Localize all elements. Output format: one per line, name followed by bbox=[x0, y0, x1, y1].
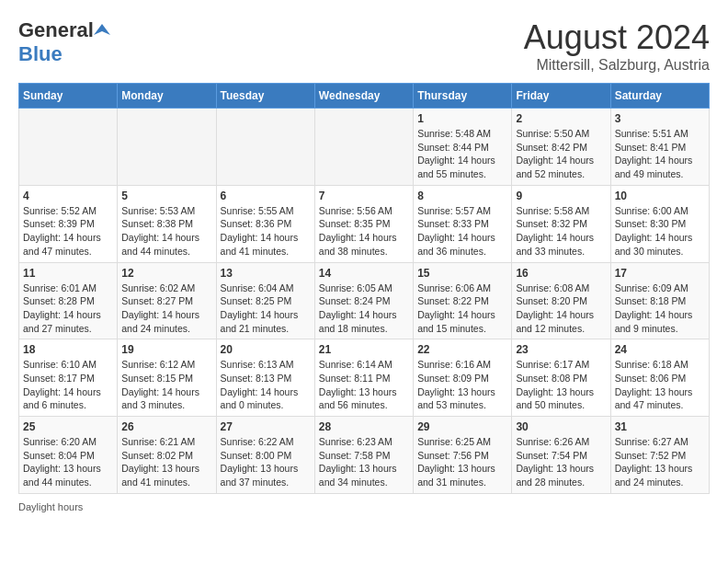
day-number: 26 bbox=[121, 420, 211, 433]
day-info: Sunrise: 6:12 AM Sunset: 8:15 PM Dayligh… bbox=[121, 358, 211, 412]
calendar-week-row: 18Sunrise: 6:10 AM Sunset: 8:17 PM Dayli… bbox=[19, 339, 710, 417]
day-info: Sunrise: 5:50 AM Sunset: 8:42 PM Dayligh… bbox=[516, 127, 606, 181]
day-number: 18 bbox=[23, 343, 113, 356]
day-number: 14 bbox=[319, 267, 409, 280]
day-info: Sunrise: 5:48 AM Sunset: 8:44 PM Dayligh… bbox=[417, 127, 507, 181]
calendar-cell: 3Sunrise: 5:51 AM Sunset: 8:41 PM Daylig… bbox=[610, 109, 709, 186]
logo-blue-text: Blue bbox=[18, 42, 63, 66]
day-info: Sunrise: 6:22 AM Sunset: 8:00 PM Dayligh… bbox=[221, 435, 311, 489]
day-info: Sunrise: 6:08 AM Sunset: 8:20 PM Dayligh… bbox=[516, 282, 606, 336]
day-info: Sunrise: 5:55 AM Sunset: 8:36 PM Dayligh… bbox=[221, 204, 311, 259]
calendar-cell: 31Sunrise: 6:27 AM Sunset: 7:52 PM Dayli… bbox=[610, 417, 709, 494]
calendar-cell: 9Sunrise: 5:58 AM Sunset: 8:32 PM Daylig… bbox=[512, 185, 610, 262]
calendar-cell: 8Sunrise: 5:57 AM Sunset: 8:33 PM Daylig… bbox=[414, 185, 512, 262]
day-number: 8 bbox=[417, 190, 507, 202]
day-number: 6 bbox=[221, 190, 311, 202]
weekday-header-thursday: Thursday bbox=[414, 84, 512, 109]
weekday-header-wednesday: Wednesday bbox=[314, 84, 413, 109]
calendar-cell: 21Sunrise: 6:14 AM Sunset: 8:11 PM Dayli… bbox=[314, 339, 413, 417]
day-number: 1 bbox=[417, 112, 507, 125]
weekday-header-tuesday: Tuesday bbox=[216, 84, 314, 109]
day-info: Sunrise: 5:57 AM Sunset: 8:33 PM Dayligh… bbox=[417, 204, 507, 259]
location-text: Mittersill, Salzburg, Austria bbox=[524, 57, 710, 74]
day-info: Sunrise: 6:25 AM Sunset: 7:56 PM Dayligh… bbox=[417, 435, 507, 489]
day-number: 17 bbox=[615, 267, 705, 280]
calendar-cell: 11Sunrise: 6:01 AM Sunset: 8:28 PM Dayli… bbox=[19, 262, 118, 339]
day-number: 12 bbox=[121, 267, 211, 280]
calendar-cell: 15Sunrise: 6:06 AM Sunset: 8:22 PM Dayli… bbox=[414, 262, 512, 339]
calendar-cell: 12Sunrise: 6:02 AM Sunset: 8:27 PM Dayli… bbox=[118, 262, 216, 339]
calendar-cell: 29Sunrise: 6:25 AM Sunset: 7:56 PM Dayli… bbox=[414, 417, 512, 494]
calendar-table: SundayMondayTuesdayWednesdayThursdayFrid… bbox=[18, 83, 710, 494]
calendar-cell: 10Sunrise: 6:00 AM Sunset: 8:30 PM Dayli… bbox=[610, 185, 709, 262]
footer-note: Daylight hours bbox=[18, 501, 710, 512]
logo-general-text: General bbox=[18, 18, 94, 42]
calendar-cell: 18Sunrise: 6:10 AM Sunset: 8:17 PM Dayli… bbox=[19, 339, 118, 417]
day-number: 3 bbox=[615, 112, 705, 125]
day-info: Sunrise: 6:14 AM Sunset: 8:11 PM Dayligh… bbox=[319, 358, 409, 412]
day-number: 5 bbox=[121, 190, 211, 202]
day-number: 22 bbox=[417, 343, 507, 356]
calendar-week-row: 25Sunrise: 6:20 AM Sunset: 8:04 PM Dayli… bbox=[19, 417, 710, 494]
day-number: 7 bbox=[319, 190, 409, 202]
calendar-cell bbox=[118, 109, 216, 186]
day-info: Sunrise: 6:09 AM Sunset: 8:18 PM Dayligh… bbox=[615, 282, 705, 336]
weekday-header-monday: Monday bbox=[118, 84, 216, 109]
calendar-cell bbox=[19, 109, 118, 186]
calendar-week-row: 11Sunrise: 6:01 AM Sunset: 8:28 PM Dayli… bbox=[19, 262, 710, 339]
calendar-cell bbox=[216, 109, 314, 186]
calendar-cell: 14Sunrise: 6:05 AM Sunset: 8:24 PM Dayli… bbox=[314, 262, 413, 339]
day-info: Sunrise: 6:13 AM Sunset: 8:13 PM Dayligh… bbox=[221, 358, 311, 412]
calendar-cell: 28Sunrise: 6:23 AM Sunset: 7:58 PM Dayli… bbox=[314, 417, 413, 494]
calendar-cell: 22Sunrise: 6:16 AM Sunset: 8:09 PM Dayli… bbox=[414, 339, 512, 417]
day-info: Sunrise: 6:16 AM Sunset: 8:09 PM Dayligh… bbox=[417, 358, 507, 412]
day-info: Sunrise: 5:56 AM Sunset: 8:35 PM Dayligh… bbox=[319, 204, 409, 259]
day-info: Sunrise: 6:26 AM Sunset: 7:54 PM Dayligh… bbox=[516, 435, 606, 489]
day-number: 2 bbox=[516, 112, 606, 125]
weekday-header-sunday: Sunday bbox=[19, 84, 118, 109]
day-info: Sunrise: 6:10 AM Sunset: 8:17 PM Dayligh… bbox=[23, 358, 113, 412]
day-number: 19 bbox=[121, 343, 211, 356]
day-number: 10 bbox=[615, 190, 705, 202]
day-number: 9 bbox=[516, 190, 606, 202]
day-number: 24 bbox=[615, 343, 705, 356]
day-info: Sunrise: 6:02 AM Sunset: 8:27 PM Dayligh… bbox=[121, 282, 211, 336]
day-info: Sunrise: 6:04 AM Sunset: 8:25 PM Dayligh… bbox=[221, 282, 311, 336]
day-info: Sunrise: 6:18 AM Sunset: 8:06 PM Dayligh… bbox=[615, 358, 705, 412]
calendar-cell: 13Sunrise: 6:04 AM Sunset: 8:25 PM Dayli… bbox=[216, 262, 314, 339]
calendar-cell: 17Sunrise: 6:09 AM Sunset: 8:18 PM Dayli… bbox=[610, 262, 709, 339]
day-number: 31 bbox=[615, 420, 705, 433]
day-number: 13 bbox=[221, 267, 311, 280]
day-info: Sunrise: 5:53 AM Sunset: 8:38 PM Dayligh… bbox=[121, 204, 211, 259]
calendar-week-row: 1Sunrise: 5:48 AM Sunset: 8:44 PM Daylig… bbox=[19, 109, 710, 186]
svg-marker-0 bbox=[94, 24, 110, 35]
calendar-cell: 5Sunrise: 5:53 AM Sunset: 8:38 PM Daylig… bbox=[118, 185, 216, 262]
day-info: Sunrise: 6:23 AM Sunset: 7:58 PM Dayligh… bbox=[319, 435, 409, 489]
weekday-header-row: SundayMondayTuesdayWednesdayThursdayFrid… bbox=[19, 84, 710, 109]
day-info: Sunrise: 6:17 AM Sunset: 8:08 PM Dayligh… bbox=[516, 358, 606, 412]
month-title: August 2024 bbox=[524, 18, 710, 57]
day-number: 27 bbox=[221, 420, 311, 433]
day-number: 15 bbox=[417, 267, 507, 280]
day-info: Sunrise: 5:52 AM Sunset: 8:39 PM Dayligh… bbox=[23, 204, 113, 259]
calendar-cell: 24Sunrise: 6:18 AM Sunset: 8:06 PM Dayli… bbox=[610, 339, 709, 417]
calendar-cell: 23Sunrise: 6:17 AM Sunset: 8:08 PM Dayli… bbox=[512, 339, 610, 417]
calendar-cell: 27Sunrise: 6:22 AM Sunset: 8:00 PM Dayli… bbox=[216, 417, 314, 494]
calendar-cell: 26Sunrise: 6:21 AM Sunset: 8:02 PM Dayli… bbox=[118, 417, 216, 494]
day-info: Sunrise: 6:27 AM Sunset: 7:52 PM Dayligh… bbox=[615, 435, 705, 489]
day-number: 30 bbox=[516, 420, 606, 433]
calendar-cell: 2Sunrise: 5:50 AM Sunset: 8:42 PM Daylig… bbox=[512, 109, 610, 186]
weekday-header-friday: Friday bbox=[512, 84, 610, 109]
day-info: Sunrise: 6:06 AM Sunset: 8:22 PM Dayligh… bbox=[417, 282, 507, 336]
day-number: 11 bbox=[23, 267, 113, 280]
day-number: 28 bbox=[319, 420, 409, 433]
calendar-cell: 30Sunrise: 6:26 AM Sunset: 7:54 PM Dayli… bbox=[512, 417, 610, 494]
day-info: Sunrise: 6:21 AM Sunset: 8:02 PM Dayligh… bbox=[121, 435, 211, 489]
calendar-cell: 6Sunrise: 5:55 AM Sunset: 8:36 PM Daylig… bbox=[216, 185, 314, 262]
logo-bird-icon bbox=[94, 22, 110, 39]
calendar-cell: 4Sunrise: 5:52 AM Sunset: 8:39 PM Daylig… bbox=[19, 185, 118, 262]
day-number: 23 bbox=[516, 343, 606, 356]
day-number: 25 bbox=[23, 420, 113, 433]
logo: General Blue bbox=[18, 18, 111, 66]
calendar-cell bbox=[314, 109, 413, 186]
